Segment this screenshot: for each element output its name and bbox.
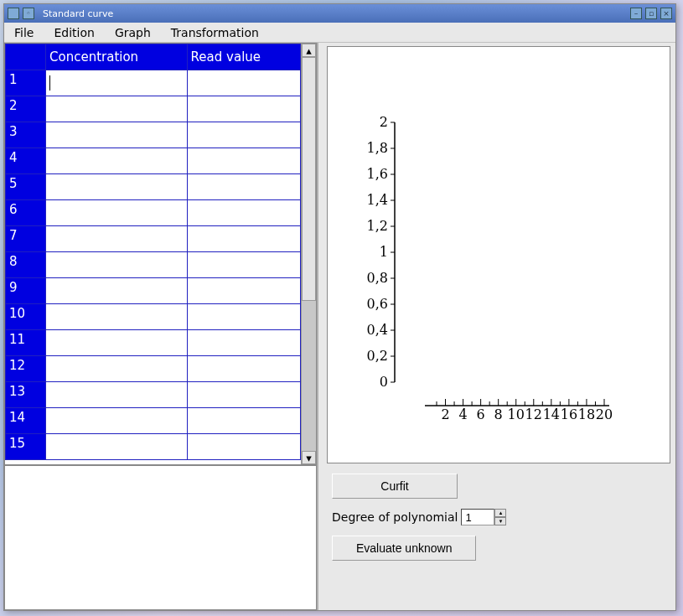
menu-graph[interactable]: Graph: [111, 24, 154, 41]
window-menu-button[interactable]: ◦: [23, 8, 34, 19]
scroll-down-button[interactable]: ▾: [302, 451, 316, 464]
right-pane: 00,20,40,60,811,21,41,61,822468101214161…: [318, 43, 675, 610]
svg-text:12: 12: [525, 406, 542, 422]
degree-down-button[interactable]: ▾: [494, 517, 506, 525]
cell-readvalue[interactable]: [187, 330, 300, 356]
svg-text:0,8: 0,8: [367, 270, 388, 286]
cell-readvalue[interactable]: [187, 408, 300, 434]
cell-concentration[interactable]: [46, 408, 188, 434]
svg-text:1: 1: [380, 244, 388, 260]
cell-concentration[interactable]: [46, 304, 188, 330]
cell-readvalue[interactable]: [187, 96, 300, 122]
cell-concentration[interactable]: [46, 148, 188, 174]
cell-concentration[interactable]: [46, 434, 188, 460]
row-header[interactable]: 13: [6, 382, 46, 408]
cell-readvalue[interactable]: [187, 148, 300, 174]
cell-concentration[interactable]: [46, 174, 188, 200]
close-button[interactable]: ×: [660, 8, 672, 19]
menu-transformation[interactable]: Transformation: [168, 24, 262, 41]
svg-text:18: 18: [578, 406, 595, 422]
col-header-concentration[interactable]: Concentration: [46, 44, 188, 70]
degree-spinner[interactable]: ▴ ▾: [461, 509, 506, 525]
row-header[interactable]: 9: [6, 278, 46, 304]
controls-panel: Curfit Degree of polynomial ▴ ▾ Evaluate…: [318, 467, 675, 567]
cell-concentration[interactable]: [46, 382, 188, 408]
menu-file[interactable]: File: [11, 24, 37, 41]
row-header[interactable]: 6: [6, 200, 46, 226]
table-row: 5: [6, 174, 301, 200]
cell-readvalue[interactable]: [187, 226, 300, 252]
row-header[interactable]: 5: [6, 174, 46, 200]
degree-input[interactable]: [461, 509, 494, 525]
cell-readvalue[interactable]: [187, 200, 300, 226]
degree-label: Degree of polynomial: [332, 510, 458, 524]
table-row: 3: [6, 122, 301, 148]
row-header[interactable]: 1: [6, 70, 46, 96]
svg-text:1,6: 1,6: [367, 166, 388, 182]
cell-concentration[interactable]: [46, 200, 188, 226]
cell-readvalue[interactable]: [187, 434, 300, 460]
app-window: ◦ Standard curve – ▫ × File Edition Grap…: [3, 3, 676, 611]
row-header[interactable]: 4: [6, 148, 46, 174]
cell-readvalue[interactable]: [187, 356, 300, 382]
svg-text:10: 10: [508, 406, 525, 422]
table-row: 8: [6, 252, 301, 278]
cell-concentration[interactable]: [46, 330, 188, 356]
cell-concentration[interactable]: [46, 96, 188, 122]
cell-concentration[interactable]: [46, 252, 188, 278]
svg-text:6: 6: [477, 406, 485, 422]
svg-text:0: 0: [380, 374, 388, 390]
cell-readvalue[interactable]: [187, 122, 300, 148]
scroll-up-button[interactable]: ▴: [302, 44, 316, 57]
app-icon: [8, 8, 19, 19]
row-header[interactable]: 11: [6, 330, 46, 356]
cell-readvalue[interactable]: [187, 174, 300, 200]
minimize-button[interactable]: –: [630, 8, 642, 19]
table-row: 11: [6, 330, 301, 356]
window-title: Standard curve: [43, 8, 113, 19]
col-header-readvalue[interactable]: Read value: [187, 44, 300, 70]
titlebar[interactable]: ◦ Standard curve – ▫ ×: [4, 4, 675, 23]
row-header[interactable]: 10: [6, 304, 46, 330]
table-row: 6: [6, 200, 301, 226]
row-header[interactable]: 2: [6, 96, 46, 122]
cell-readvalue[interactable]: [187, 252, 300, 278]
row-header[interactable]: 7: [6, 226, 46, 252]
svg-text:2: 2: [380, 114, 388, 130]
svg-text:1,8: 1,8: [367, 140, 388, 156]
cell-concentration[interactable]: [46, 356, 188, 382]
scroll-track[interactable]: [302, 57, 316, 451]
row-header[interactable]: 15: [6, 434, 46, 460]
cell-readvalue[interactable]: [187, 304, 300, 330]
table-row: 9: [6, 278, 301, 304]
plot-panel: 00,20,40,60,811,21,41,61,822468101214161…: [327, 46, 670, 463]
table-row: 15: [6, 434, 301, 460]
row-header[interactable]: 12: [6, 356, 46, 382]
menu-edition[interactable]: Edition: [50, 24, 97, 41]
cell-concentration[interactable]: [46, 70, 188, 96]
table-row: 10: [6, 304, 301, 330]
cell-readvalue[interactable]: [187, 278, 300, 304]
svg-text:1,2: 1,2: [367, 218, 388, 234]
cell-readvalue[interactable]: [187, 382, 300, 408]
svg-text:0,6: 0,6: [367, 296, 388, 312]
cell-readvalue[interactable]: [187, 70, 300, 96]
table-row: 7: [6, 226, 301, 252]
table-scrollbar[interactable]: ▴ ▾: [301, 44, 316, 464]
svg-text:0,4: 0,4: [367, 322, 388, 338]
curfit-button[interactable]: Curfit: [332, 474, 458, 499]
evaluate-unknown-button[interactable]: Evaluate unknown: [332, 536, 476, 561]
row-header[interactable]: 14: [6, 408, 46, 434]
cell-concentration[interactable]: [46, 122, 188, 148]
svg-text:14: 14: [543, 406, 560, 422]
cell-concentration[interactable]: [46, 226, 188, 252]
data-table-container: Concentration Read value 123456789101112…: [4, 43, 317, 465]
degree-up-button[interactable]: ▴: [494, 509, 506, 517]
row-header[interactable]: 8: [6, 252, 46, 278]
cell-concentration[interactable]: [46, 278, 188, 304]
left-pane: Concentration Read value 123456789101112…: [4, 43, 318, 610]
row-header[interactable]: 3: [6, 122, 46, 148]
output-text-area[interactable]: [4, 465, 317, 610]
scroll-thumb[interactable]: [302, 57, 316, 301]
maximize-button[interactable]: ▫: [645, 8, 657, 19]
